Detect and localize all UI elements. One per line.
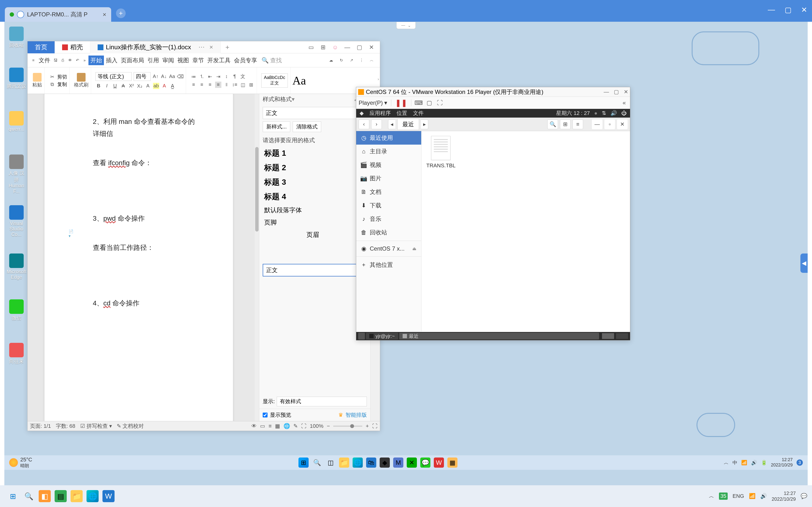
app-button[interactable]: ◧ bbox=[39, 490, 51, 502]
power-icon[interactable]: ⏻ bbox=[621, 110, 627, 116]
start-button[interactable]: ⊞ bbox=[298, 457, 309, 468]
menu-chapter[interactable]: 章节 bbox=[191, 56, 205, 64]
sidebar-item-trash[interactable]: 🗑回收站 bbox=[356, 226, 421, 239]
menu-member[interactable]: 会员专享 bbox=[233, 56, 259, 64]
close-tab-icon[interactable]: × bbox=[209, 44, 213, 51]
path-forward-button[interactable]: ▸ bbox=[421, 119, 428, 129]
superscript-icon[interactable]: X² bbox=[128, 83, 135, 89]
reader-mode-icon[interactable]: ▭ bbox=[307, 44, 315, 51]
path-back-button[interactable]: ◂ bbox=[388, 119, 395, 129]
maximize-icon[interactable]: ▢ bbox=[356, 44, 363, 51]
xbox-button[interactable]: ✕ bbox=[407, 457, 417, 468]
highlight-icon[interactable]: ab bbox=[153, 83, 159, 89]
sidebar-item-video[interactable]: 🎬视频 bbox=[356, 158, 421, 172]
player-menu[interactable]: Player(P) ▾ bbox=[359, 100, 387, 106]
zoom-out-button[interactable]: − bbox=[327, 423, 330, 429]
increase-indent-icon[interactable]: ⇥ bbox=[215, 73, 221, 80]
search-button[interactable]: 🔍 bbox=[547, 119, 558, 129]
desktop-icon-vscode[interactable]: Visual Studio Co... bbox=[7, 205, 26, 237]
search-box[interactable]: 🔍查找 bbox=[261, 56, 282, 64]
browser-tab[interactable]: LAPTOP-RM0... 高清 P × bbox=[5, 7, 111, 22]
back-button[interactable]: ‹ bbox=[359, 119, 369, 129]
volume-icon[interactable]: 🔊 bbox=[760, 493, 767, 499]
app-button[interactable]: M bbox=[393, 457, 403, 468]
app-button[interactable]: ◆ bbox=[379, 457, 390, 468]
menu-devtools[interactable]: 开发工具 bbox=[206, 56, 232, 64]
save-icon[interactable]: 🖫 bbox=[52, 57, 59, 64]
shrink-font-icon[interactable]: A↓ bbox=[161, 73, 167, 80]
desktop-icon-photos[interactable]: 人像 汉拼 Human F... bbox=[7, 155, 26, 194]
workspace-2[interactable] bbox=[616, 333, 628, 339]
fullscreen-icon[interactable]: ⛶ bbox=[372, 423, 377, 429]
eject-icon[interactable]: ⏏ bbox=[412, 246, 416, 251]
language-button[interactable]: ENG bbox=[732, 493, 744, 499]
copy-icon[interactable]: ⧉ bbox=[49, 81, 55, 88]
strike-icon[interactable]: A bbox=[120, 83, 126, 89]
style-item-h3[interactable]: 标题 3↵ bbox=[263, 175, 367, 189]
show-select[interactable]: 有效样式 bbox=[277, 397, 367, 406]
add-tab-button[interactable]: + bbox=[221, 44, 234, 51]
collapse-ribbon-icon[interactable]: ︿ bbox=[368, 57, 375, 64]
text-color-icon[interactable]: A bbox=[161, 83, 167, 89]
search-button[interactable]: 🔍 bbox=[23, 490, 35, 502]
clear-format-button[interactable]: 清除格式 bbox=[293, 121, 321, 132]
task-files[interactable]: 最近 bbox=[399, 333, 599, 339]
wps-button[interactable]: W bbox=[434, 457, 444, 468]
fit-icon[interactable]: ⛶ bbox=[301, 423, 306, 429]
style-gallery-item[interactable]: AaBbCcDc 正文 bbox=[261, 73, 288, 88]
doc-scrollbar[interactable] bbox=[255, 94, 259, 421]
search-button[interactable]: 🔍 bbox=[312, 457, 322, 468]
app-button[interactable]: ▤ bbox=[55, 490, 67, 502]
hamburger-icon[interactable]: ≡ bbox=[30, 57, 37, 64]
decrease-indent-icon[interactable]: ⇤ bbox=[207, 73, 213, 80]
close-icon[interactable]: ✕ bbox=[368, 44, 375, 51]
tray-expand-icon[interactable]: ︿ bbox=[724, 459, 729, 466]
close-button[interactable]: ✕ bbox=[801, 6, 807, 14]
current-style-select[interactable]: 正文▾ bbox=[263, 107, 367, 119]
notification-badge[interactable]: 3 bbox=[797, 459, 803, 466]
align-right-icon[interactable]: ≡ bbox=[207, 81, 213, 88]
style-item-h1[interactable]: 标题 1↵ bbox=[263, 146, 367, 161]
menu-file[interactable]: 文件 bbox=[37, 56, 52, 64]
align-left-icon[interactable]: ≡ bbox=[191, 81, 197, 88]
spell-check-toggle[interactable]: ☑ 拼写检查 ▾ bbox=[80, 422, 112, 430]
subscript-icon[interactable]: X₂ bbox=[137, 83, 143, 89]
style-expand-icon[interactable]: Aa bbox=[292, 74, 306, 87]
start-button[interactable]: ⊞ bbox=[7, 490, 19, 502]
menu-start[interactable]: 开始 bbox=[89, 56, 104, 65]
italic-icon[interactable]: I bbox=[104, 83, 110, 89]
style-item-h2[interactable]: 标题 2↵ bbox=[263, 161, 367, 175]
close-button[interactable]: ✕ bbox=[624, 89, 628, 95]
unity-icon[interactable]: ▢ bbox=[426, 100, 433, 106]
more-icon[interactable]: » bbox=[81, 57, 88, 64]
close-tab-icon[interactable]: × bbox=[103, 11, 106, 18]
format-brush-button[interactable]: 格式刷 bbox=[74, 73, 89, 88]
clear-format-icon[interactable]: ⌫ bbox=[177, 73, 184, 80]
vmware-button[interactable]: ▦ bbox=[447, 457, 457, 468]
zoom-thumb[interactable] bbox=[350, 424, 354, 428]
sidebar-item-centos-disc[interactable]: ◉CentOS 7 x...⏏ bbox=[356, 242, 421, 255]
show-desktop-button[interactable] bbox=[358, 333, 365, 339]
sync-icon[interactable]: ↻ bbox=[338, 57, 345, 64]
wps-tab-document[interactable]: Linux操作系统_实验一(1).docx⋯× bbox=[90, 41, 221, 53]
desktop-icon-wechat[interactable]: 微信 bbox=[7, 299, 26, 321]
menu-places[interactable]: 位置 bbox=[397, 110, 407, 117]
underline-icon[interactable]: U bbox=[112, 83, 118, 89]
file-item[interactable]: TRANS.TBL bbox=[426, 136, 455, 169]
word-button[interactable]: W bbox=[102, 490, 114, 502]
maximize-button[interactable]: ▢ bbox=[614, 89, 619, 95]
text-direction-icon[interactable]: 文 bbox=[240, 73, 246, 80]
more-menu-icon[interactable]: ⋮ bbox=[358, 57, 365, 64]
files-content[interactable]: TRANS.TBL bbox=[421, 131, 630, 332]
bold-icon[interactable]: B bbox=[95, 83, 102, 89]
task-terminal[interactable]: yjr@yjr:~ bbox=[366, 333, 398, 339]
pause-button[interactable]: ❚❚ bbox=[395, 99, 407, 107]
proofread-button[interactable]: ✎ 文档校对 bbox=[117, 422, 144, 430]
outline-view-icon[interactable]: ≡ bbox=[268, 423, 272, 429]
files-maximize-button[interactable]: ▫ bbox=[604, 119, 615, 129]
preview-checkbox[interactable] bbox=[263, 412, 267, 417]
borders-icon[interactable]: ⊞ bbox=[248, 81, 254, 88]
sort-icon[interactable]: ↕ bbox=[223, 73, 230, 80]
minimize-button[interactable]: — bbox=[768, 6, 775, 14]
weather-widget[interactable]: 25°C 晴朗 bbox=[9, 457, 32, 469]
